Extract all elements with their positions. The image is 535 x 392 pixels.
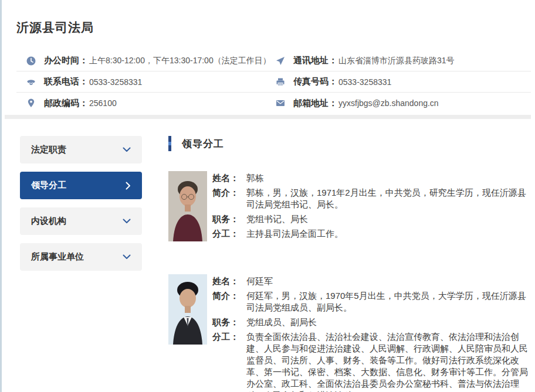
map-pin-icon: [26, 98, 36, 108]
phone-icon: [26, 77, 36, 87]
field-label: 姓名：: [212, 275, 246, 287]
field-value: 党组书记、局长: [246, 213, 308, 225]
leader-profile: 姓名： 何廷军 简介： 何廷军，男，汉族，1970年5月出生，中共党员，大学学历…: [168, 274, 531, 392]
field-value: 党组成员、副局长: [246, 316, 317, 328]
contact-address: 通讯地址： 山东省淄博市沂源县药玻路31号: [276, 55, 531, 66]
chevron-down-icon: [123, 147, 131, 152]
field-duty: 分工： 负责全面依法治县、法治社会建设、法治宣传教育、依法治理和法治创建、人民参…: [212, 331, 531, 392]
contact-office-hours: 办公时间： 上午8:30-12:00，下午13:30-17:00（法定工作日）: [16, 55, 276, 66]
field-value: 郭栋，男，汉族，1971年2月出生，中共党员，研究生学历，现任沂源县司法局党组书…: [246, 187, 531, 210]
sidebar-item-legal-duties[interactable]: 法定职责: [20, 136, 142, 163]
fax-icon: [276, 77, 285, 87]
leader-fields: 姓名： 郭栋 简介： 郭栋，男，汉族，1971年2月出生，中共党员，研究生学历，…: [212, 171, 531, 243]
field-title: 职务： 党组书记、局长: [212, 213, 531, 225]
field-value: 何廷军: [246, 275, 273, 287]
field-name: 姓名： 郭栋: [212, 172, 531, 184]
section-heading: 领导分工: [168, 136, 531, 151]
field-value: 何廷军，男，汉族，1970年5月出生，中共党员，大学学历，现任沂源县司法局党组成…: [246, 290, 531, 313]
sidebar-item-leadership[interactable]: 领导分工: [20, 172, 142, 199]
contact-value: 0533-3258331: [89, 77, 142, 87]
main-content: 领导分工 姓名： 郭栋 简介： 郭栋，男，汉族，1971年2月出生，中共党员，: [168, 134, 531, 392]
sidebar-menu: 法定职责 领导分工 内设机构 所属事业单位: [20, 136, 142, 279]
mail-icon: [276, 98, 285, 108]
field-name: 姓名： 何廷军: [212, 275, 531, 287]
field-value: 负责全面依法治县、法治社会建设、法治宣传教育、依法治理和法治创建、人民参与和促进…: [246, 331, 531, 392]
page-left-border: [0, 0, 2, 392]
field-bio: 简介： 何廷军，男，汉族，1970年5月出生，中共党员，大学学历，现任沂源县司法…: [212, 290, 531, 313]
portrait-photo-2: [168, 274, 207, 345]
contact-row: 邮政编码： 256100 邮箱地址： yyxsfjbgs@zb.shandong…: [16, 93, 531, 114]
contact-label: 办公时间：: [44, 55, 88, 66]
contact-label: 联系电话：: [44, 76, 88, 87]
contact-label: 邮箱地址：: [293, 98, 337, 109]
field-label: 简介：: [212, 187, 246, 210]
leader-fields: 姓名： 何廷军 简介： 何廷军，男，汉族，1970年5月出生，中共党员，大学学历…: [212, 274, 531, 392]
contact-fax: 传真号码： 0533-3258331: [276, 76, 531, 87]
field-bio: 简介： 郭栋，男，汉族，1971年2月出生，中共党员，研究生学历，现任沂源县司法…: [212, 187, 531, 210]
sidebar-item-label: 所属事业单位: [31, 251, 84, 263]
contact-row: 办公时间： 上午8:30-12:00，下午13:30-17:00（法定工作日） …: [16, 50, 531, 71]
contact-label: 通讯地址：: [293, 55, 337, 66]
sidebar-item-label: 内设机构: [31, 216, 66, 227]
portrait-photo-1: [168, 171, 207, 241]
contact-email: 邮箱地址： yyxsfjbgs@zb.shandong.cn: [276, 98, 531, 109]
contact-value: 0533-3258331: [338, 77, 391, 87]
sidebar-item-label: 法定职责: [31, 144, 66, 155]
contact-info-table: 办公时间： 上午8:30-12:00，下午13:30-17:00（法定工作日） …: [16, 50, 531, 114]
field-label: 简介：: [212, 290, 246, 313]
sidebar-item-label: 领导分工: [31, 180, 66, 191]
field-label: 职务：: [212, 213, 246, 225]
contact-label: 邮政编码：: [44, 98, 88, 109]
contact-value: yyxsfjbgs@zb.shandong.cn: [338, 98, 439, 108]
location-arrow-icon: [276, 56, 285, 66]
contact-label: 传真号码：: [293, 76, 337, 87]
page-title: 沂源县司法局: [16, 19, 94, 36]
heading-text: 领导分工: [182, 137, 224, 151]
chevron-down-icon: [123, 254, 131, 260]
field-value: 郭栋: [246, 172, 264, 184]
leader-photo: [168, 171, 207, 241]
contact-postcode: 邮政编码： 256100: [16, 98, 276, 109]
sidebar-item-affiliated-units[interactable]: 所属事业单位: [20, 243, 142, 271]
field-value: 主持县司法局全面工作。: [246, 228, 343, 240]
field-label: 职务：: [212, 316, 246, 328]
chevron-right-icon: [126, 182, 131, 190]
contact-phone: 联系电话： 0533-3258331: [16, 76, 276, 87]
field-title: 职务： 党组成员、副局长: [212, 316, 531, 328]
section-divider: [5, 115, 531, 119]
field-label: 姓名：: [212, 172, 246, 184]
field-label: 分工：: [212, 228, 246, 240]
field-label: 分工：: [212, 331, 246, 392]
leader-photo: [168, 274, 207, 345]
field-duty: 分工： 主持县司法局全面工作。: [212, 228, 531, 240]
heading-marker: [168, 136, 171, 151]
contact-row: 联系电话： 0533-3258331 传真号码： 0533-3258331: [16, 71, 531, 93]
sidebar-item-internal-orgs[interactable]: 内设机构: [20, 207, 142, 235]
contact-value: 256100: [89, 98, 117, 108]
clock-icon: [26, 56, 36, 66]
chevron-down-icon: [123, 219, 131, 224]
contact-value: 上午8:30-12:00，下午13:30-17:00（法定工作日）: [89, 56, 271, 66]
leader-profile: 姓名： 郭栋 简介： 郭栋，男，汉族，1971年2月出生，中共党员，研究生学历，…: [168, 171, 531, 243]
contact-value: 山东省淄博市沂源县药玻路31号: [338, 56, 455, 66]
